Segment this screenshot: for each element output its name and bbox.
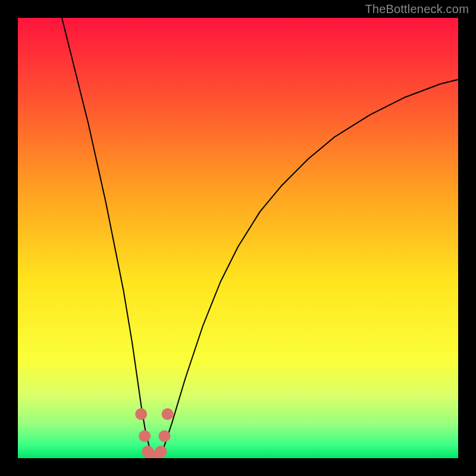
gradient-background [18,18,458,458]
marker-dot [162,408,174,420]
chart-svg [18,18,458,458]
marker-dot [155,446,167,458]
attribution-text: TheBottleneck.com [365,2,469,16]
chart-container [18,18,458,458]
marker-dot [135,408,147,420]
marker-dot [139,430,151,442]
marker-dot [158,430,170,442]
app-frame: TheBottleneck.com [0,0,476,476]
